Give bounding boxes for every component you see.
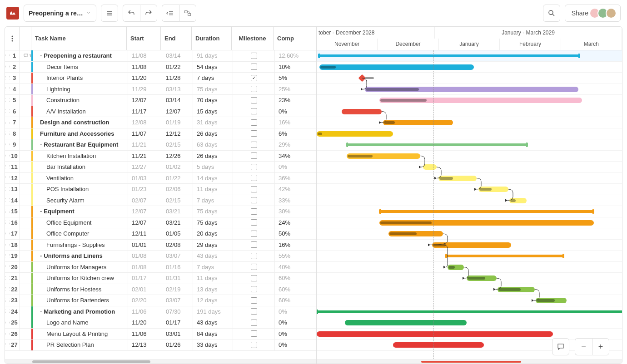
start-cell[interactable]: 01/08 — [128, 262, 162, 273]
duration-cell[interactable]: 15 days — [193, 106, 233, 117]
task-row[interactable]: ⋮⋮26Menu Layout & Printing11/0603/0184 d… — [5, 329, 316, 340]
milestone-checkbox[interactable] — [251, 64, 257, 70]
milestone-cell[interactable] — [233, 306, 275, 317]
gantt-row[interactable] — [317, 173, 622, 184]
gantt-row[interactable] — [317, 117, 622, 128]
undo-button[interactable] — [123, 5, 140, 22]
task-name-cell[interactable]: Furnishings - Supplies — [33, 240, 128, 251]
gantt-row[interactable] — [317, 295, 622, 306]
task-bar[interactable] — [319, 64, 474, 70]
gantt-row[interactable] — [317, 73, 622, 84]
milestone-checkbox[interactable] — [251, 231, 257, 237]
task-name-cell[interactable]: Uniforms for Hostess — [33, 284, 128, 295]
milestone-checkbox[interactable] — [251, 142, 257, 148]
drag-handle[interactable]: ⋮⋮ — [5, 329, 10, 339]
milestone-checkbox[interactable] — [251, 286, 257, 292]
start-cell[interactable]: 11/29 — [128, 84, 162, 95]
col-milestone-header[interactable]: Milestone — [232, 27, 274, 50]
share-button[interactable]: Share — [565, 5, 621, 22]
start-cell[interactable]: 11/07 — [128, 128, 162, 139]
task-bar[interactable] — [365, 87, 578, 92]
milestone-checkbox[interactable] — [251, 264, 257, 270]
milestone-cell[interactable] — [233, 139, 275, 150]
drag-handle[interactable]: ⋮⋮ — [5, 84, 10, 95]
milestone-checkbox[interactable] — [251, 53, 257, 59]
milestone-cell[interactable] — [233, 317, 275, 328]
task-bar[interactable] — [379, 98, 582, 103]
complete-cell[interactable]: 23% — [275, 95, 307, 106]
task-bar[interactable] — [379, 220, 594, 226]
col-end-header[interactable]: End — [161, 27, 192, 50]
milestone-cell[interactable] — [233, 117, 275, 128]
task-row[interactable]: ⋮⋮19-Uniforms and Linens01/0803/0743 day… — [5, 251, 316, 262]
task-name-cell[interactable]: -Equipment — [33, 206, 128, 217]
complete-cell[interactable]: 0% — [275, 162, 307, 172]
drag-handle[interactable]: ⋮⋮ — [5, 339, 10, 350]
start-cell[interactable]: 11/08 — [128, 62, 162, 73]
duration-cell[interactable]: 75 days — [193, 206, 233, 217]
task-name-cell[interactable]: Furniture and Accessories — [33, 128, 128, 139]
duration-cell[interactable]: 91 days — [193, 50, 233, 61]
task-name-cell[interactable]: -Marketing and Promotion — [33, 306, 128, 317]
task-name-cell[interactable]: Kitchen Installation — [33, 151, 128, 162]
milestone-cell[interactable] — [233, 217, 275, 228]
start-cell[interactable]: 11/21 — [128, 139, 162, 150]
end-cell[interactable]: 03/21 — [162, 206, 193, 217]
duration-cell[interactable]: 11 days — [193, 273, 233, 284]
task-row[interactable]: ⋮⋮9-Restaurant Bar Equipment11/2102/1563… — [5, 139, 316, 151]
milestone-cell[interactable] — [233, 62, 275, 73]
start-cell[interactable]: 02/01 — [128, 284, 162, 295]
task-name-cell[interactable]: Decor Items — [33, 62, 128, 73]
complete-cell[interactable]: 33% — [275, 195, 307, 206]
expand-icon[interactable]: - — [40, 141, 42, 148]
milestone-cell[interactable] — [233, 251, 275, 261]
milestone-cell[interactable] — [233, 339, 275, 350]
drag-handle[interactable]: ⋮⋮ — [5, 295, 10, 306]
duration-cell[interactable]: 43 days — [193, 251, 233, 261]
task-name-cell[interactable]: Menu Layout & Printing — [33, 329, 128, 339]
start-cell[interactable]: 01/01 — [128, 240, 162, 251]
gantt-row[interactable] — [317, 151, 622, 162]
task-row[interactable]: ⋮⋮2Decor Items11/0801/2254 days10% — [5, 62, 316, 73]
expand-icon[interactable]: - — [40, 208, 42, 215]
task-bar[interactable] — [317, 131, 393, 137]
milestone-checkbox[interactable] — [251, 253, 257, 259]
drag-handle[interactable]: ⋮⋮ — [5, 151, 10, 162]
task-row[interactable]: ⋮⋮20Uniforms for Managers01/0801/167 day… — [5, 262, 316, 273]
search-button[interactable] — [543, 5, 560, 22]
col-complete-header[interactable]: Comp — [274, 27, 305, 50]
duration-cell[interactable]: 26 days — [193, 151, 233, 162]
drag-handle[interactable]: ⋮⋮ — [5, 195, 10, 206]
duration-cell[interactable]: 12 days — [193, 295, 233, 306]
milestone-checkbox[interactable] — [251, 241, 257, 248]
start-cell[interactable]: 12/27 — [128, 162, 162, 172]
gantt-row[interactable] — [317, 84, 622, 95]
end-cell[interactable]: 01/02 — [162, 162, 193, 172]
complete-cell[interactable]: 6% — [275, 128, 307, 139]
task-row[interactable]: ⋮⋮6A/V Installation11/1712/0715 days0% — [5, 106, 316, 118]
project-title-dropdown[interactable]: Preopening a re… — [24, 5, 96, 22]
start-cell[interactable]: 11/06 — [128, 306, 162, 317]
task-row[interactable]: ⋮⋮3Interior Plants11/2011/287 days5% — [5, 73, 316, 84]
expand-icon[interactable]: - — [40, 252, 42, 259]
task-row[interactable]: ⋮⋮21Uniforms for Kitchen crew01/1701/311… — [5, 273, 316, 284]
task-bar[interactable] — [432, 242, 511, 248]
milestone-checkbox[interactable] — [251, 152, 257, 159]
drag-handle[interactable]: ⋮⋮ — [5, 251, 10, 261]
zoom-in-button[interactable]: + — [592, 338, 609, 355]
task-row[interactable]: ⋮⋮18Furnishings - Supplies01/0102/0829 d… — [5, 240, 316, 251]
complete-cell[interactable]: 36% — [275, 173, 307, 184]
complete-cell[interactable]: 34% — [275, 151, 307, 162]
start-cell[interactable]: 01/08 — [128, 251, 162, 261]
gantt-row[interactable] — [317, 184, 622, 195]
milestone-cell[interactable] — [233, 162, 275, 172]
complete-cell[interactable]: 30% — [275, 206, 307, 217]
duration-cell[interactable]: 11 days — [193, 184, 233, 195]
milestone-cell[interactable] — [233, 295, 275, 306]
gantt-row[interactable] — [317, 106, 622, 118]
milestone-cell[interactable] — [233, 195, 275, 206]
gantt-row[interactable] — [317, 228, 622, 240]
gantt-row[interactable] — [317, 162, 622, 173]
duration-cell[interactable]: 70 days — [193, 95, 233, 106]
end-cell[interactable]: 01/31 — [162, 273, 193, 284]
